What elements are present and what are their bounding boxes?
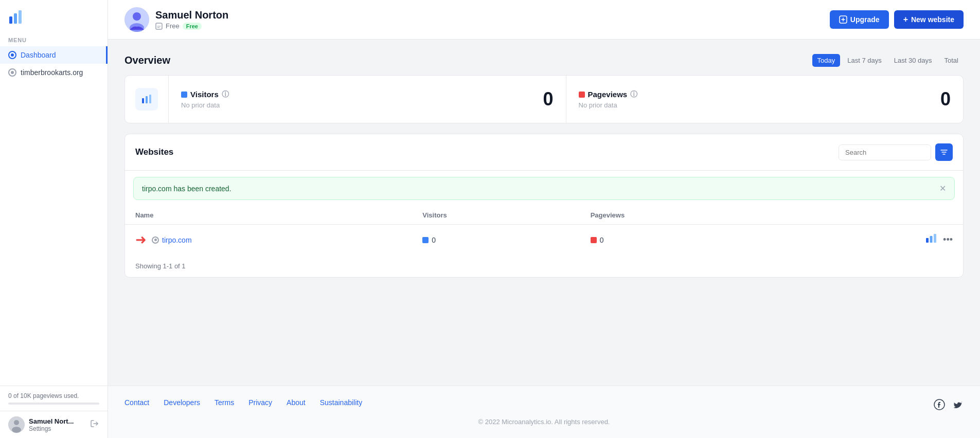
banner-close-button[interactable]: ✕ [939, 184, 946, 193]
timberbrook-dot [8, 68, 16, 77]
pageviews-value: 0 [940, 88, 951, 110]
user-name: Samuel Nort... [29, 417, 86, 425]
upgrade-label: Upgrade [850, 15, 880, 24]
search-input-wrap [839, 144, 931, 160]
sidebar: MENU Dashboard timberbrookarts.org 0 of … [0, 0, 108, 438]
upgrade-button[interactable]: Upgrade [830, 10, 889, 29]
svg-rect-0 [9, 16, 12, 24]
footer-links: Contact Developers Terms Privacy About S… [124, 398, 362, 407]
success-message: tirpo.com has been created. [142, 185, 231, 193]
svg-rect-15 [930, 236, 933, 243]
footer-link-developers[interactable]: Developers [164, 398, 200, 407]
visitors-info-icon[interactable]: ⓘ [222, 90, 229, 99]
svg-rect-16 [934, 234, 936, 243]
footer-copyright: © 2022 Microanalytics.io. All rights res… [124, 418, 964, 426]
col-actions [785, 206, 963, 225]
websites-title: Websites [135, 147, 173, 157]
sidebar-item-dashboard[interactable]: Dashboard [0, 46, 108, 64]
actions-cell: ••• [785, 225, 963, 256]
footer-link-privacy[interactable]: Privacy [248, 398, 272, 407]
filter-today[interactable]: Today [812, 54, 841, 67]
app-logo [0, 0, 108, 33]
websites-table: Name Visitors Pageviews ➜ tir [125, 206, 963, 255]
menu-label: MENU [0, 33, 108, 46]
user-row: Samuel Nort... Settings [0, 411, 108, 438]
main-content: Samuel Norton Free Free Upgrade [108, 0, 980, 438]
footer: Contact Developers Terms Privacy About S… [108, 386, 980, 438]
facebook-icon[interactable] [934, 399, 945, 413]
visitors-blue-square [422, 237, 429, 243]
footer-row: Contact Developers Terms Privacy About S… [124, 398, 964, 413]
pageviews-sub: No prior data [579, 101, 638, 109]
svg-point-4 [14, 420, 19, 425]
content-area: Overview Today Last 7 days Last 30 days … [108, 40, 980, 386]
twitter-icon[interactable] [952, 399, 964, 413]
svg-rect-2 [19, 10, 22, 24]
pageviews-label: 0 of 10K pageviews used. [8, 392, 99, 399]
visitors-color-square [181, 92, 187, 98]
overview-chart-icon-wrap [125, 76, 168, 123]
sidebar-item-label-timberbrookarts: timberbrookarts.org [21, 68, 83, 77]
new-website-label: New website [911, 15, 954, 24]
svg-rect-12 [146, 96, 148, 103]
showing-text: Showing 1-1 of 1 [125, 255, 963, 277]
header-user-details: Samuel Norton Free Free [155, 9, 228, 30]
logout-icon[interactable] [90, 419, 99, 430]
avatar [8, 416, 25, 433]
svg-point-7 [133, 12, 141, 21]
header-user-name: Samuel Norton [155, 9, 228, 21]
visitors-label: Visitors ⓘ [181, 90, 229, 99]
table-row: ➜ tirpo.com 0 [125, 225, 963, 256]
pageviews-usage: 0 of 10K pageviews used. [0, 386, 108, 411]
site-link[interactable]: tirpo.com [162, 236, 192, 244]
col-pageviews: Pageviews [580, 206, 785, 225]
pageviews-bar-bg [8, 403, 99, 405]
table-head: Name Visitors Pageviews [125, 206, 963, 225]
filter-30days[interactable]: Last 30 days [889, 54, 937, 67]
header-avatar [124, 7, 149, 32]
footer-link-terms[interactable]: Terms [215, 398, 234, 407]
pageviews-metric: Pageviews ⓘ No prior data 0 [566, 76, 964, 123]
pageviews-label: Pageviews ⓘ [579, 90, 638, 99]
col-name: Name [125, 206, 412, 225]
footer-link-sustainability[interactable]: Sustainability [320, 398, 363, 407]
pageviews-info-icon[interactable]: ⓘ [630, 90, 637, 99]
overview-card: Visitors ⓘ No prior data 0 Pageviews ⓘ N… [124, 75, 964, 123]
pageviews-color-square [579, 92, 585, 98]
dashboard-dot [8, 51, 16, 59]
pageviews-cell: 0 [580, 225, 785, 256]
footer-link-contact[interactable]: Contact [124, 398, 149, 407]
search-filter [839, 143, 953, 161]
websites-header: Websites [125, 134, 963, 171]
site-name-cell: ➜ tirpo.com [125, 225, 412, 256]
row-chart-button[interactable] [925, 233, 937, 246]
visitors-metric: Visitors ⓘ No prior data 0 [169, 76, 566, 123]
success-banner: tirpo.com has been created. ✕ [133, 177, 955, 200]
time-filters: Today Last 7 days Last 30 days Total [812, 54, 964, 67]
filter-7days[interactable]: Last 7 days [842, 54, 887, 67]
pageviews-red-square [591, 237, 597, 243]
sidebar-item-timberbrookarts[interactable]: timberbrookarts.org [0, 64, 108, 81]
header-plan: Free Free [155, 22, 228, 30]
arrow-indicator: ➜ [135, 232, 147, 248]
sidebar-item-label-dashboard: Dashboard [21, 51, 56, 59]
header-user: Samuel Norton Free Free [124, 7, 228, 32]
row-more-button[interactable]: ••• [943, 234, 953, 245]
svg-rect-1 [14, 13, 17, 24]
filter-total[interactable]: Total [939, 54, 964, 67]
visitors-cell: 0 [412, 225, 580, 256]
search-input[interactable] [839, 144, 931, 160]
svg-rect-13 [149, 95, 151, 103]
footer-social [934, 399, 964, 413]
row-visitors: 0 [432, 236, 436, 244]
filter-button[interactable] [935, 143, 953, 161]
new-website-plus: + [903, 15, 908, 24]
new-website-button[interactable]: + New website [894, 10, 964, 29]
pageviews-info: Pageviews ⓘ No prior data [579, 90, 638, 109]
col-visitors: Visitors [412, 206, 580, 225]
footer-link-about[interactable]: About [287, 398, 306, 407]
plan-label: Free [166, 22, 180, 30]
sidebar-nav: Dashboard timberbrookarts.org [0, 46, 108, 386]
overview-header: Overview Today Last 7 days Last 30 days … [124, 54, 964, 67]
chart-icon [135, 88, 158, 111]
